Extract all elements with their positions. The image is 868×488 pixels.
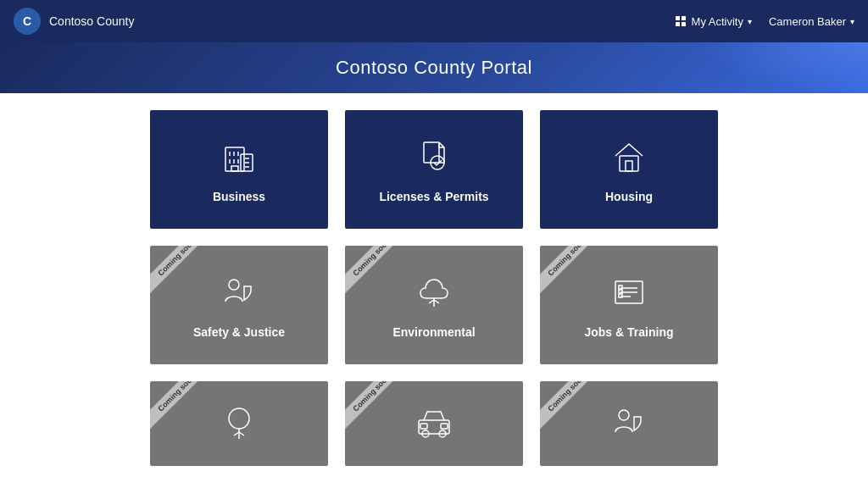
tile-safety[interactable]: Coming soon Safety & Justice	[150, 246, 328, 364]
portal-banner: Contoso County Portal	[0, 42, 868, 93]
svg-rect-38	[420, 424, 427, 429]
people-icon	[609, 402, 649, 446]
header-left: C Contoso County	[14, 8, 134, 35]
portal-title: Contoso County Portal	[336, 57, 532, 79]
coming-soon-badge-community: Coming soon	[540, 381, 591, 431]
permit-icon	[414, 136, 454, 180]
svg-rect-0	[676, 16, 680, 20]
tile-jobs-label: Jobs & Training	[584, 325, 673, 339]
svg-line-22	[429, 300, 434, 303]
svg-rect-19	[626, 161, 632, 171]
tile-environmental[interactable]: Coming soon Environmental	[345, 246, 523, 364]
user-menu-button[interactable]: Cameron Baker ▾	[769, 15, 854, 28]
svg-rect-2	[676, 22, 680, 26]
tile-jobs[interactable]: Coming soon Jobs & Training	[540, 246, 718, 364]
svg-line-23	[434, 300, 439, 303]
tile-transport[interactable]: Coming soon	[345, 381, 523, 466]
tile-housing-label: Housing	[605, 190, 653, 203]
tile-row-2: Coming soon Safety & Justice Coming soon	[102, 246, 766, 364]
car-icon	[414, 402, 454, 446]
svg-rect-30	[619, 294, 622, 297]
coming-soon-badge-jobs: Coming soon	[540, 246, 591, 296]
svg-rect-39	[441, 424, 448, 429]
svg-rect-18	[620, 156, 638, 171]
tile-row-1: Business Licenses & Permits	[102, 110, 766, 229]
tile-community[interactable]: Coming soon	[540, 381, 718, 466]
building-icon	[219, 136, 259, 180]
activity-label: My Activity	[692, 15, 743, 28]
svg-point-40	[619, 410, 629, 420]
header-right: My Activity ▾ Cameron Baker ▾	[674, 14, 854, 28]
svg-line-33	[234, 432, 239, 435]
coming-soon-badge-parks: Coming soon	[150, 381, 201, 431]
svg-point-20	[229, 280, 239, 290]
my-activity-button[interactable]: My Activity ▾	[674, 14, 752, 28]
tile-business-label: Business	[213, 190, 265, 203]
tile-business[interactable]: Business	[150, 110, 328, 229]
tile-environmental-label: Environmental	[392, 325, 475, 339]
coming-soon-badge-transport: Coming soon	[345, 381, 396, 431]
activity-icon	[674, 14, 687, 28]
svg-rect-3	[682, 22, 686, 26]
tile-licenses-label: Licenses & Permits	[379, 190, 488, 203]
svg-rect-12	[231, 166, 238, 171]
coming-soon-badge-safety: Coming soon	[150, 246, 201, 296]
tree-icon	[414, 271, 454, 315]
user-name-label: Cameron Baker	[769, 15, 846, 28]
tile-parks[interactable]: Coming soon	[150, 381, 328, 466]
house-icon	[609, 136, 649, 180]
user-chevron: ▾	[850, 17, 854, 26]
svg-rect-1	[682, 16, 686, 20]
plant-icon	[219, 402, 259, 446]
tile-licenses[interactable]: Licenses & Permits	[345, 110, 523, 229]
coming-soon-badge-environmental: Coming soon	[345, 246, 396, 296]
tile-row-3: Coming soon Coming soon	[102, 381, 766, 466]
svg-rect-29	[619, 290, 622, 293]
svg-line-34	[239, 432, 244, 435]
activity-chevron: ▾	[748, 17, 752, 26]
app-header: C Contoso County My Activity ▾ Cameron B…	[0, 0, 868, 42]
jobs-icon	[609, 271, 649, 315]
svg-point-31	[229, 408, 249, 429]
app-name: Contoso County	[49, 14, 134, 28]
tile-safety-label: Safety & Justice	[193, 325, 285, 339]
safety-icon	[219, 271, 259, 315]
svg-rect-28	[619, 286, 622, 289]
tile-housing[interactable]: Housing	[540, 110, 718, 229]
main-content: Business Licenses & Permits	[0, 93, 868, 488]
app-logo: C	[14, 8, 41, 35]
